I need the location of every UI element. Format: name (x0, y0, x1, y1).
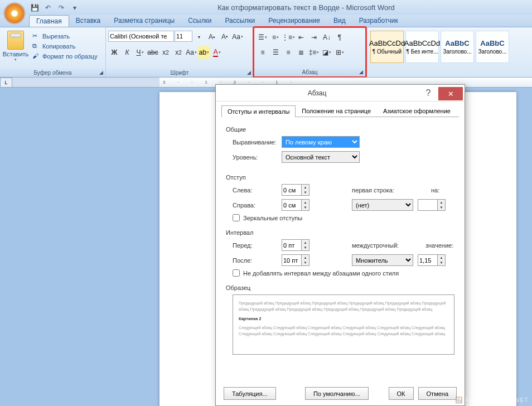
tab-view[interactable]: Вид (327, 15, 352, 27)
section-spacing: Интервал (226, 229, 454, 236)
first-line-by-spinner[interactable]: ▲▼ (418, 199, 446, 211)
qat-save-icon[interactable]: 💾 (29, 2, 40, 13)
style-preview: AaBbC (480, 39, 504, 47)
dlg-tab-asian[interactable]: Азиатское оформление (377, 105, 457, 117)
sort-button[interactable]: A↓ (321, 31, 333, 44)
shading-button[interactable]: ◪ (321, 46, 333, 59)
preview-next-text: Следующий абзац Следующий абзац Следующи… (239, 325, 448, 337)
spin-down-icon[interactable]: ▼ (302, 190, 309, 196)
show-marks-button[interactable]: ¶ (333, 31, 346, 44)
change-case-button[interactable]: Aa (185, 46, 197, 59)
borders-button[interactable]: ⊞ (333, 46, 346, 59)
group-paragraph: ☰ ≡ ⋮≡ ⇤ ⇥ A↓ ¶ ≡ ☰ ≡ ≣ ‡≡ ◪ ⊞ Абзац◢ (253, 26, 367, 78)
font-family-combo[interactable] (108, 31, 174, 42)
align-center-button[interactable]: ☰ (269, 46, 282, 59)
qat-undo-icon[interactable]: ↶ (42, 2, 54, 13)
ruler-corner[interactable]: L (0, 78, 12, 88)
multilevel-button[interactable]: ⋮≡ (282, 31, 294, 44)
grow-font-button[interactable]: A▴ (206, 31, 218, 43)
clear-formatting-button[interactable]: Aa (231, 31, 244, 43)
default-button[interactable]: По умолчанию... (305, 387, 369, 400)
font-size-dropdown-icon[interactable]: ▾ (193, 31, 205, 43)
superscript-button[interactable]: x2 (172, 46, 185, 59)
subscript-button[interactable]: x2 (159, 46, 172, 59)
dialog-titlebar[interactable]: Абзац ? ✕ (216, 85, 465, 102)
tab-insert[interactable]: Вставка (69, 15, 108, 27)
cut-button[interactable]: ✂Вырезать (30, 32, 100, 41)
space-before-spinner[interactable]: ▲▼ (282, 239, 309, 251)
clipboard-dialog-launcher-icon[interactable]: ◢ (98, 70, 104, 76)
group-clipboard: Вставить ▾ ✂Вырезать ⧉Копировать 🖌Формат… (0, 27, 106, 77)
paste-label: Вставить (3, 51, 29, 57)
line-spacing-combo[interactable]: Множитель (352, 254, 413, 266)
font-size-combo[interactable] (175, 31, 192, 42)
increase-indent-button[interactable]: ⇥ (308, 31, 320, 44)
spin-up-icon[interactable]: ▲ (438, 255, 445, 260)
ribbon-tabs: Главная Вставка Разметка страницы Ссылки… (0, 15, 532, 27)
italic-button[interactable]: К (121, 46, 133, 59)
first-line-combo[interactable]: (нет) (352, 199, 413, 211)
format-painter-button[interactable]: 🖌Формат по образцу (30, 52, 100, 61)
paste-button[interactable]: Вставить ▾ (2, 31, 29, 62)
tab-review[interactable]: Рецензирование (262, 15, 327, 27)
spin-up-icon[interactable]: ▲ (302, 200, 309, 205)
spin-up-icon[interactable]: ▲ (438, 200, 445, 205)
spin-down-icon[interactable]: ▼ (302, 205, 309, 211)
section-general: Общие (226, 126, 454, 133)
mirror-indents-checkbox[interactable] (233, 214, 240, 221)
line-spacing-label: междустрочный: (352, 242, 413, 249)
dont-add-space-checkbox[interactable] (233, 269, 240, 277)
dialog-help-button[interactable]: ? (418, 86, 438, 100)
alignment-combo[interactable]: По левому краю (282, 136, 360, 148)
qat-customize-icon[interactable]: ▾ (69, 2, 80, 13)
spin-down-icon[interactable]: ▼ (302, 245, 309, 251)
decrease-indent-button[interactable]: ⇤ (295, 31, 307, 44)
bold-button[interactable]: Ж (108, 46, 120, 59)
tab-mailings[interactable]: Рассылки (218, 15, 262, 27)
spin-up-icon[interactable]: ▲ (302, 240, 309, 245)
numbering-button[interactable]: ≡ (269, 31, 282, 44)
tab-home[interactable]: Главная (29, 15, 69, 27)
highlight-button[interactable]: ab (198, 46, 210, 59)
justify-button[interactable]: ≣ (295, 46, 307, 59)
tabs-button[interactable]: Табуляция... (224, 387, 276, 400)
dlg-tab-indents[interactable]: Отступы и интервалы (221, 105, 296, 117)
cancel-button[interactable]: Отмена (418, 387, 457, 400)
style-name: ¶ Обычный (373, 49, 402, 55)
indent-left-spinner[interactable]: ▲▼ (282, 184, 309, 196)
line-spacing-button[interactable]: ‡≡ (308, 46, 320, 59)
spin-down-icon[interactable]: ▼ (302, 260, 309, 266)
align-right-button[interactable]: ≡ (282, 46, 294, 59)
tab-page-layout[interactable]: Разметка страницы (107, 15, 181, 27)
outline-level-combo[interactable]: Основной текст (282, 151, 360, 163)
ok-button[interactable]: ОК (389, 387, 414, 400)
spin-up-icon[interactable]: ▲ (302, 185, 309, 190)
font-color-button[interactable]: A (211, 46, 223, 59)
style-heading2[interactable]: AaBbC Заголово... (476, 31, 509, 63)
office-button[interactable] (3, 2, 26, 25)
tab-developer[interactable]: Разработчик (352, 15, 405, 27)
line-spacing-at-spinner[interactable]: ▲▼ (418, 254, 446, 266)
bullets-button[interactable]: ☰ (257, 31, 269, 44)
dialog-close-button[interactable]: ✕ (438, 87, 463, 100)
strikethrough-button[interactable]: abc (147, 46, 159, 59)
style-no-spacing[interactable]: AaBbCcDd ¶ Без инте... (405, 31, 439, 63)
indent-right-spinner[interactable]: ▲▼ (282, 199, 309, 211)
style-normal[interactable]: AaBbCcDd ¶ Обычный (370, 31, 404, 63)
section-preview: Образец (226, 284, 454, 291)
qat-redo-icon[interactable]: ↷ (56, 2, 67, 13)
align-left-button[interactable]: ≡ (257, 46, 269, 59)
tab-references[interactable]: Ссылки (181, 15, 218, 27)
paragraph-dialog-launcher-icon[interactable]: ◢ (357, 69, 364, 76)
space-after-spinner[interactable]: ▲▼ (282, 254, 309, 266)
spin-down-icon[interactable]: ▼ (438, 260, 445, 266)
dlg-tab-position[interactable]: Положение на странице (296, 105, 377, 117)
font-dialog-launcher-icon[interactable]: ◢ (245, 70, 252, 76)
spin-up-icon[interactable]: ▲ (302, 255, 309, 260)
shrink-font-button[interactable]: A▾ (219, 31, 231, 43)
style-heading1[interactable]: AaBbC Заголово... (441, 31, 474, 63)
spin-down-icon[interactable]: ▼ (438, 205, 445, 211)
copy-button[interactable]: ⧉Копировать (30, 42, 100, 51)
preview-box: Предыдущий абзац Предыдущий абзац Предыд… (233, 294, 454, 355)
underline-button[interactable]: Ч (134, 46, 146, 59)
